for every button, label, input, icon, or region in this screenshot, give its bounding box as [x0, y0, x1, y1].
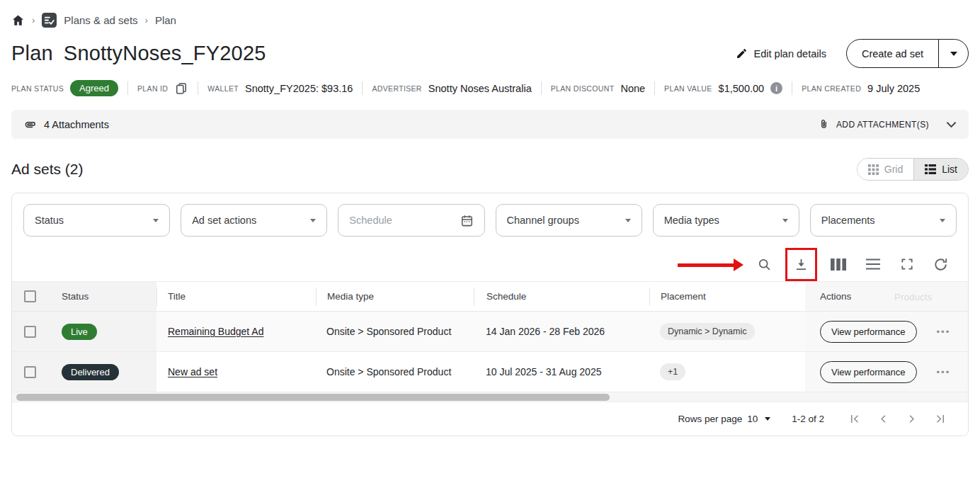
table-row: Delivered New ad set Onsite > Sponsored … [12, 352, 968, 392]
title-row: Plan SnottyNoses_FY2025 Edit plan detail… [0, 28, 980, 68]
first-page-icon[interactable] [848, 412, 862, 426]
density-icon[interactable] [865, 258, 881, 271]
horizontal-scrollbar-track[interactable] [12, 392, 968, 402]
ad-set-title-link[interactable]: Remaining Budget Ad [168, 326, 263, 337]
placements-filter-label: Placements [821, 215, 875, 226]
info-icon[interactable]: i [770, 82, 782, 94]
page-title-name: SnottyNoses_FY2025 [64, 42, 266, 65]
paperclip-icon [23, 118, 36, 131]
list-icon [925, 164, 936, 174]
column-header-actions[interactable]: Actions [820, 291, 851, 302]
wallet-value: Snotty_FY2025: $93.16 [245, 83, 353, 94]
annotation-highlight-box [785, 248, 817, 281]
create-ad-set-button[interactable]: Create ad set [847, 40, 938, 67]
grid-view-button[interactable]: Grid [858, 159, 913, 180]
plan-created-label: PLAN CREATED [802, 84, 861, 93]
row-checkbox[interactable] [24, 326, 36, 338]
chevron-right-icon: › [145, 15, 148, 25]
chevron-down-icon [765, 417, 770, 421]
schedule-filter[interactable] [338, 204, 484, 237]
chevron-down-icon [310, 219, 316, 222]
page-title-prefix: Plan [11, 42, 53, 65]
view-columns-icon[interactable] [831, 258, 846, 271]
rows-per-page-value: 10 [747, 414, 758, 424]
schedule-value: 10 Jul 2025 - 31 Aug 2025 [486, 366, 601, 377]
placement-chip: Dynamic > Dynamic [660, 323, 755, 340]
plan-id-label: PLAN ID [137, 84, 168, 93]
more-actions-icon[interactable]: ••• [937, 367, 951, 377]
plan-status-badge: Agreed [70, 80, 118, 96]
attachments-count: 4 Attachments [44, 119, 109, 130]
refresh-icon[interactable] [933, 257, 948, 272]
column-header-products-ghost: Products [894, 291, 932, 302]
rows-per-page-label: Rows per page [678, 414, 742, 424]
add-attachments-label: ADD ATTACHMENT(S) [836, 120, 929, 130]
breadcrumb-current: Plan [155, 14, 176, 26]
column-header-placement[interactable]: Placement [661, 291, 706, 302]
create-ad-set-split-button: Create ad set [846, 39, 969, 68]
search-icon[interactable] [757, 257, 772, 272]
channel-groups-filter[interactable]: Channel groups [496, 204, 642, 237]
plan-discount-label: PLAN DISCOUNT [551, 84, 615, 93]
view-toggle: Grid List [857, 158, 969, 181]
page-title: Plan SnottyNoses_FY2025 [11, 42, 266, 65]
schedule-value: 14 Jan 2026 - 28 Feb 2026 [486, 326, 605, 337]
plan-value-value: $1,500.00 [719, 83, 765, 94]
adsets-heading: Ad sets (2) [11, 161, 84, 178]
view-performance-button[interactable]: View performance [820, 321, 917, 343]
more-actions-icon[interactable]: ••• [937, 326, 951, 337]
add-attachments-button[interactable]: ADD ATTACHMENT(S) [819, 118, 957, 130]
attachments-bar: 4 Attachments ADD ATTACHMENT(S) [11, 110, 969, 139]
breadcrumb-section[interactable]: Plans & ad sets [64, 14, 137, 26]
chevron-down-icon [153, 219, 159, 222]
channel-groups-filter-label: Channel groups [507, 215, 579, 226]
ad-set-actions-filter[interactable]: Ad set actions [181, 204, 327, 237]
chevron-down-icon [625, 219, 631, 222]
list-view-button[interactable]: List [913, 159, 968, 180]
divider [198, 81, 198, 95]
fullscreen-icon[interactable] [900, 257, 914, 271]
media-types-filter[interactable]: Media types [653, 204, 799, 237]
paperclip-icon [819, 118, 829, 130]
view-performance-button[interactable]: View performance [820, 361, 917, 383]
create-ad-set-label: Create ad set [862, 48, 923, 59]
ad-set-title-link[interactable]: New ad set [168, 366, 217, 377]
breadcrumb: › Plans & ad sets › Plan [0, 0, 980, 28]
column-header-title[interactable]: Title [168, 291, 186, 302]
status-filter-label: Status [35, 215, 64, 226]
plans-list-icon[interactable] [42, 13, 57, 28]
advertiser-value: Snotty Noses Australia [428, 83, 532, 94]
next-page-icon[interactable] [905, 412, 918, 426]
previous-page-icon[interactable] [877, 412, 890, 426]
status-badge: Delivered [62, 364, 119, 380]
rows-per-page-control[interactable]: Rows per page 10 [678, 414, 770, 424]
divider [792, 81, 792, 95]
download-icon[interactable] [794, 257, 809, 272]
last-page-icon[interactable] [933, 412, 947, 426]
media-types-filter-label: Media types [664, 215, 719, 226]
plan-meta-row: PLAN STATUS Agreed PLAN ID WALLET Snotty… [0, 68, 980, 96]
status-filter[interactable]: Status [23, 204, 170, 237]
grid-icon [868, 164, 879, 175]
create-ad-set-dropdown-toggle[interactable] [938, 40, 968, 67]
edit-plan-details-button[interactable]: Edit plan details [736, 47, 826, 59]
home-icon[interactable] [11, 13, 25, 27]
row-checkbox[interactable] [24, 366, 36, 378]
placement-chip: +1 [660, 363, 685, 380]
select-all-checkbox[interactable] [24, 290, 36, 302]
media-type-value: Onsite > Sponsored Product [326, 326, 451, 337]
media-type-value: Onsite > Sponsored Product [326, 366, 451, 377]
column-header-status[interactable]: Status [62, 291, 89, 302]
adsets-card: Status Ad set actions Channel groups Med… [11, 193, 969, 436]
table-row: Live Remaining Budget Ad Onsite > Sponso… [12, 312, 968, 352]
placements-filter[interactable]: Placements [810, 204, 957, 237]
horizontal-scrollbar-thumb[interactable] [16, 394, 610, 401]
column-header-media-type[interactable]: Media type [327, 291, 374, 302]
column-header-schedule[interactable]: Schedule [486, 291, 526, 302]
chevron-right-icon: › [32, 15, 35, 25]
plan-created-value: 9 July 2025 [867, 83, 920, 94]
schedule-input[interactable] [349, 215, 460, 226]
status-badge: Live [62, 324, 97, 340]
copy-icon[interactable] [174, 81, 188, 96]
chevron-down-icon [940, 219, 945, 222]
